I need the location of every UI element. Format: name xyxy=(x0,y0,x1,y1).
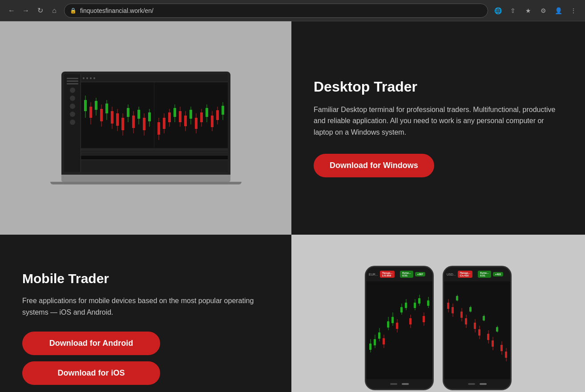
browser-chrome: ← → ↻ ⌂ 🔒 finquotesfinancial.work/en/ 🌐 … xyxy=(0,0,585,21)
svg-rect-87 xyxy=(409,318,412,324)
svg-rect-95 xyxy=(427,300,429,306)
menu-button[interactable]: ⋮ xyxy=(567,4,580,17)
svg-rect-2 xyxy=(67,83,78,84)
phone-1-bottom xyxy=(366,379,432,389)
laptop-base xyxy=(61,175,230,182)
svg-rect-83 xyxy=(400,307,403,312)
mobile-section: Mobile Trader Free applications for mobi… xyxy=(0,235,585,392)
translate-button[interactable]: 🌐 xyxy=(492,4,504,17)
phone-2-buy-badge: Купи...0.01 xyxy=(478,271,491,278)
svg-rect-100 xyxy=(452,307,454,313)
svg-rect-58 xyxy=(211,116,214,127)
download-windows-button[interactable]: Download for Windows xyxy=(314,154,434,177)
svg-rect-44 xyxy=(173,108,176,117)
download-android-button[interactable]: Download for Android xyxy=(22,332,160,355)
svg-rect-66 xyxy=(81,155,228,156)
phone-2-sell-badge: Прода...Сл.410 xyxy=(458,271,473,278)
browser-actions: 🌐 ⇧ ★ ⚙ 👤 ⋮ xyxy=(492,4,580,17)
nav-buttons: ← → ↻ ⌂ xyxy=(5,4,61,17)
svg-rect-124 xyxy=(505,352,507,358)
phone-2-value-badge: +422 xyxy=(493,272,504,276)
svg-rect-32 xyxy=(143,118,145,130)
download-ios-button[interactable]: Download for iOS xyxy=(22,361,160,385)
desktop-info: Desktop Trader Familiar Desktop terminal… xyxy=(291,21,585,235)
screen-toolbar xyxy=(81,74,228,82)
svg-rect-112 xyxy=(478,329,480,336)
back-button[interactable]: ← xyxy=(5,4,18,17)
laptop-chart xyxy=(81,82,228,156)
svg-rect-48 xyxy=(184,116,187,126)
svg-rect-54 xyxy=(200,112,203,122)
svg-rect-91 xyxy=(418,298,420,304)
screen-main xyxy=(81,74,228,172)
svg-rect-50 xyxy=(190,110,192,119)
svg-rect-64 xyxy=(81,148,228,151)
mobile-description: Free applications for mobile devices bas… xyxy=(22,295,269,318)
svg-rect-20 xyxy=(111,111,113,124)
svg-rect-106 xyxy=(465,318,467,324)
reload-button[interactable]: ↻ xyxy=(34,4,46,17)
svg-rect-12 xyxy=(89,107,92,118)
svg-rect-120 xyxy=(496,327,498,332)
svg-rect-16 xyxy=(100,109,103,121)
url-text: finquotesfinancial.work/en/ xyxy=(80,7,153,14)
mobile-info: Mobile Trader Free applications for mobi… xyxy=(0,235,291,392)
svg-rect-65 xyxy=(81,152,228,154)
screen-sidebar xyxy=(64,74,81,172)
svg-point-6 xyxy=(70,112,75,117)
svg-rect-96 xyxy=(444,281,510,370)
svg-point-4 xyxy=(70,96,75,101)
phone-2-bottom xyxy=(444,379,510,389)
svg-rect-62 xyxy=(222,106,224,115)
svg-rect-73 xyxy=(378,332,380,339)
bookmark-button[interactable]: ★ xyxy=(522,4,534,17)
laptop-bottom-bar xyxy=(81,160,228,172)
desktop-section: Desktop Trader Familiar Desktop terminal… xyxy=(0,21,585,235)
share-button[interactable]: ⇧ xyxy=(507,4,519,17)
phone-2-chart xyxy=(444,281,510,379)
phone-1-value-badge: +367 xyxy=(415,272,426,276)
svg-rect-46 xyxy=(179,111,182,122)
svg-rect-26 xyxy=(127,108,129,117)
extensions-button[interactable]: ⚙ xyxy=(537,4,549,17)
svg-rect-38 xyxy=(157,122,160,135)
svg-rect-52 xyxy=(195,118,198,129)
svg-rect-93 xyxy=(423,316,425,322)
svg-rect-102 xyxy=(456,296,458,300)
svg-rect-114 xyxy=(483,316,485,320)
address-bar[interactable]: 🔒 finquotesfinancial.work/en/ xyxy=(64,4,488,18)
phone-1-header: EUR... Прода...1:0.959 Купи...0.01 +367 xyxy=(366,267,432,281)
lock-icon: 🔒 xyxy=(70,8,77,14)
phones-panel: EUR... Прода...1:0.959 Купи...0.01 +367 xyxy=(291,235,585,392)
svg-rect-75 xyxy=(383,338,385,344)
desktop-description: Familiar Desktop terminal for profession… xyxy=(314,104,563,138)
home-button[interactable]: ⌂ xyxy=(48,4,61,17)
svg-rect-56 xyxy=(206,108,208,117)
svg-rect-0 xyxy=(67,78,78,79)
forward-button[interactable]: → xyxy=(20,4,32,17)
svg-rect-1 xyxy=(67,80,78,82)
svg-rect-77 xyxy=(387,321,389,328)
svg-rect-24 xyxy=(121,118,124,130)
laptop-screen-inner xyxy=(64,74,228,172)
phone-1-sell-badge: Прода...1:0.959 xyxy=(380,271,395,278)
mobile-button-group: Download for Android Download for iOS xyxy=(22,332,269,385)
svg-rect-71 xyxy=(374,339,376,345)
svg-rect-10 xyxy=(84,100,87,111)
svg-rect-67 xyxy=(366,281,432,370)
svg-rect-116 xyxy=(487,334,489,340)
page-content: Desktop Trader Familiar Desktop terminal… xyxy=(0,21,585,392)
svg-rect-40 xyxy=(163,118,165,129)
svg-rect-34 xyxy=(148,112,151,121)
svg-rect-98 xyxy=(447,303,449,309)
svg-rect-104 xyxy=(460,312,463,318)
svg-rect-14 xyxy=(95,101,97,110)
phone-2-symbol: USD... xyxy=(447,273,456,276)
phone-1-chart-svg xyxy=(366,281,432,370)
svg-rect-79 xyxy=(391,317,394,323)
profile-button[interactable]: 👤 xyxy=(552,4,565,17)
svg-rect-81 xyxy=(396,323,398,329)
laptop-panel xyxy=(0,21,291,235)
svg-rect-69 xyxy=(369,344,371,350)
svg-rect-60 xyxy=(216,110,219,120)
